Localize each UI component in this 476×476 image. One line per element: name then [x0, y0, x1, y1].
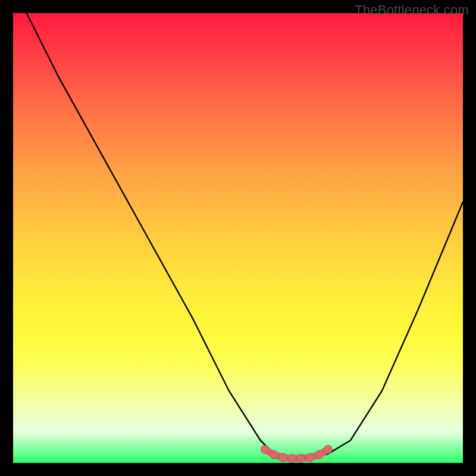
optimal-marker [261, 445, 269, 453]
optimal-marker [324, 445, 332, 453]
optimal-marker [315, 450, 323, 459]
optimal-marker [288, 454, 296, 462]
optimal-range-markers [261, 445, 332, 462]
optimal-marker [297, 454, 305, 462]
optimal-marker [306, 453, 314, 462]
bottleneck-curve [27, 13, 463, 458]
optimal-marker [270, 450, 278, 459]
optimal-marker [279, 453, 287, 462]
watermark-text: TheBottleneck.com [355, 2, 469, 18]
bottleneck-curve-svg [13, 13, 463, 463]
chart-area [13, 13, 463, 463]
